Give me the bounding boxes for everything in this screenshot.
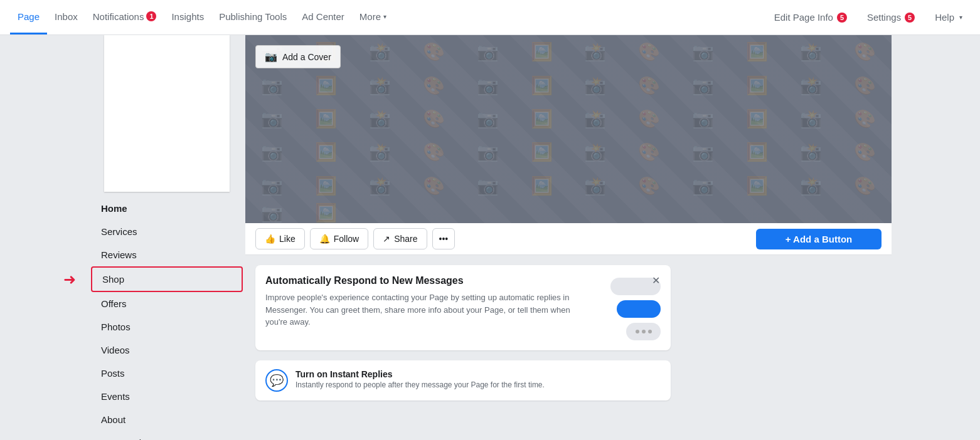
bg-icon: 📷	[245, 169, 299, 202]
sidebar-item-services[interactable]: Services	[91, 220, 243, 243]
sidebar-item-home[interactable]: Home	[91, 197, 243, 220]
tab-publishing-tools[interactable]: Publishing Tools	[211, 0, 294, 34]
bg-icon: 🎨	[407, 68, 461, 102]
sidebar-item-photos[interactable]: Photos	[91, 315, 243, 338]
bg-icon: 🖼️	[730, 135, 784, 169]
tab-notifications[interactable]: Notifications 1	[85, 0, 164, 34]
bg-icon: 🎨	[622, 169, 676, 202]
cards-column: ✕ Automatically Respond to New Messages …	[255, 265, 671, 401]
bg-icon: 🖼️	[299, 68, 353, 102]
bg-icon: 📷	[461, 169, 514, 202]
instant-replies-title: Turn on Instant Replies	[296, 369, 545, 379]
arrow-indicator: ➜	[63, 271, 76, 288]
bg-icon: 📸	[568, 135, 622, 169]
bg-icon: 🎨	[407, 135, 461, 169]
add-a-button-cta[interactable]: + Add a Button	[756, 229, 881, 249]
page-layout: Home Services Reviews ➜ Shop Offers Phot…	[88, 35, 892, 440]
bg-icon: 🖼️	[514, 35, 568, 68]
settings-badge: 5	[905, 13, 915, 23]
message-bubble-blue	[617, 300, 661, 318]
nav-tabs-left: Page Inbox Notifications 1 Insights Publ…	[10, 0, 394, 34]
sidebar-item-posts[interactable]: Posts	[91, 362, 243, 385]
messenger-card-title: Automatically Respond to New Messages	[265, 275, 575, 286]
instant-replies-description: Instantly respond to people after they m…	[296, 380, 545, 389]
follow-button[interactable]: 🔔 Follow	[310, 228, 368, 249]
instant-replies-text: Turn on Instant Replies Instantly respon…	[296, 369, 545, 389]
bg-icon: 📷	[676, 35, 730, 68]
cover-background-pattern: 📷 🖼️ 📸 🎨 📷 🖼️ 📸 🎨 📷 🖼️ 📸 🎨 📷 🖼️ 📸 🎨 📷 🖼️	[245, 35, 892, 223]
bg-icon: 🎨	[407, 102, 461, 135]
help-button[interactable]: Help ▾	[927, 8, 970, 26]
bg-icon: 🖼️	[730, 35, 784, 68]
notifications-badge: 1	[146, 11, 156, 21]
bg-icon: 🖼️	[730, 102, 784, 135]
edit-page-info-button[interactable]: Edit Page Info 5	[767, 8, 855, 26]
more-chevron-icon: ▾	[383, 13, 386, 20]
bg-icon: 🖼️	[514, 169, 568, 202]
bg-icon: 📸	[568, 102, 622, 135]
bg-icon: 📸	[353, 68, 407, 102]
instant-replies-icon: 💬	[265, 369, 288, 392]
bg-icon: 📸	[784, 102, 838, 135]
bg-icon: 📷	[676, 102, 730, 135]
bg-icon: 📷	[245, 102, 299, 135]
tab-inbox[interactable]: Inbox	[47, 0, 85, 34]
message-bubble-typing	[626, 323, 661, 340]
tab-more[interactable]: More ▾	[352, 0, 394, 34]
bg-icon: 📸	[353, 35, 407, 68]
profile-photo	[104, 35, 230, 192]
bg-icon: 🎨	[838, 102, 892, 135]
bg-icon: 📷	[461, 102, 514, 135]
bg-icon: 📸	[784, 169, 838, 202]
bg-icon: 🎨	[622, 68, 676, 102]
sidebar-navigation: Home Services Reviews ➜ Shop Offers Phot…	[88, 197, 245, 440]
sidebar-item-events[interactable]: Events	[91, 385, 243, 408]
help-chevron-icon: ▾	[959, 14, 962, 21]
bg-icon: 🎨	[838, 169, 892, 202]
sidebar-item-shop-wrapper: ➜ Shop	[88, 266, 245, 292]
bg-icon: 🎨	[622, 135, 676, 169]
bg-icon: 🖼️	[299, 202, 353, 223]
bg-icon: 📷	[461, 68, 514, 102]
typing-dot	[648, 330, 652, 333]
bg-icon: 📸	[353, 169, 407, 202]
main-content: 📷 🖼️ 📸 🎨 📷 🖼️ 📸 🎨 📷 🖼️ 📸 🎨 📷 🖼️ 📸 🎨 📷 🖼️	[245, 35, 892, 440]
sidebar-item-videos[interactable]: Videos	[91, 338, 243, 362]
bg-icon: 🎨	[838, 35, 892, 68]
sidebar-item-shop[interactable]: Shop	[91, 266, 243, 292]
sidebar-item-offers[interactable]: Offers	[91, 292, 243, 315]
bg-icon: 📷	[245, 68, 299, 102]
sidebar-item-community[interactable]: Community	[91, 431, 243, 440]
bg-icon: 📸	[353, 135, 407, 169]
more-options-button[interactable]: •••	[432, 228, 455, 249]
bg-icon: 🎨	[622, 102, 676, 135]
close-card-button[interactable]: ✕	[648, 273, 663, 288]
add-cover-button[interactable]: 📷 Add a Cover	[255, 45, 341, 68]
bg-icon: 🎨	[622, 35, 676, 68]
content-area: ✕ Automatically Respond to New Messages …	[245, 255, 892, 411]
tab-ad-center[interactable]: Ad Center	[294, 0, 352, 34]
bg-icon: 🖼️	[299, 102, 353, 135]
messenger-card-layout: Automatically Respond to New Messages Im…	[265, 275, 661, 340]
bg-icon: 🖼️	[730, 169, 784, 202]
bg-icon: 📷	[676, 169, 730, 202]
like-button[interactable]: 👍 Like	[255, 228, 305, 249]
share-button[interactable]: ↗ Share	[373, 228, 427, 249]
right-panel	[681, 265, 881, 401]
bg-icon: 📸	[784, 35, 838, 68]
bg-icon: 📷	[245, 135, 299, 169]
bg-icon: 🎨	[407, 169, 461, 202]
tab-insights[interactable]: Insights	[164, 0, 211, 34]
bg-icon: 🎨	[838, 68, 892, 102]
edit-page-info-badge: 5	[837, 13, 847, 23]
sidebar-item-about[interactable]: About	[91, 408, 243, 431]
settings-button[interactable]: Settings 5	[860, 8, 922, 26]
action-bar: 👍 Like 🔔 Follow ↗ Share ••• + Add a Butt…	[245, 223, 892, 255]
messenger-card-text: Automatically Respond to New Messages Im…	[265, 275, 575, 340]
like-icon: 👍	[265, 234, 275, 244]
sidebar: Home Services Reviews ➜ Shop Offers Phot…	[88, 35, 245, 440]
sidebar-item-reviews[interactable]: Reviews	[91, 243, 243, 266]
tab-page[interactable]: Page	[10, 0, 47, 34]
cover-photo-area: 📷 🖼️ 📸 🎨 📷 🖼️ 📸 🎨 📷 🖼️ 📸 🎨 📷 🖼️ 📸 🎨 📷 🖼️	[245, 35, 892, 223]
bg-icon: 🎨	[407, 35, 461, 68]
